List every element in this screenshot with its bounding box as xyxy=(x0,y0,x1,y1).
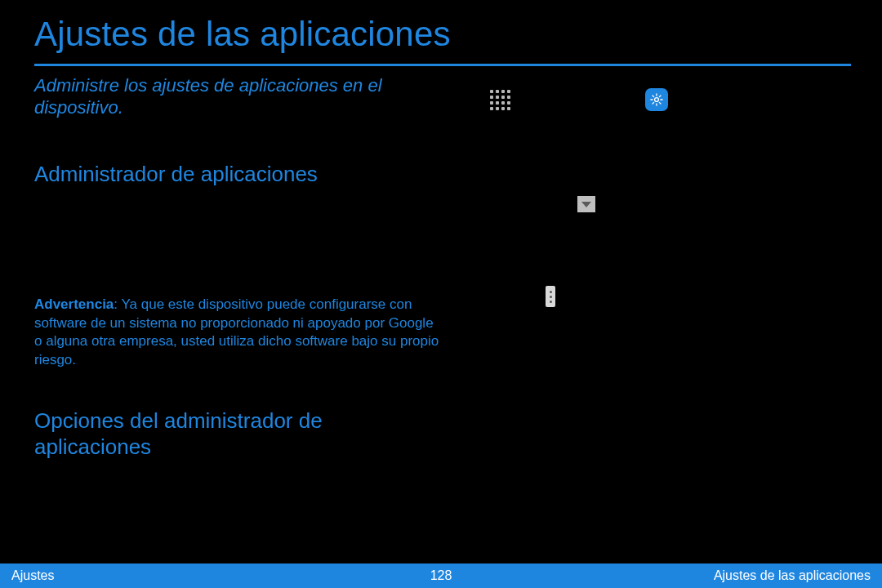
heading-app-manager-options: Opciones del administrador de aplicacion… xyxy=(34,408,443,460)
chevron-down-icon xyxy=(577,196,595,212)
step-4-line2: Más opciones > Mostrar/Ocultar aplicacio… xyxy=(564,283,858,320)
warning-text: Advertencia: Ya que este dispositivo pue… xyxy=(34,296,443,369)
step-2: 2.Pulse en Aplicaciones > Administrador … xyxy=(457,131,849,149)
more-vertical-icon xyxy=(546,286,555,307)
step-3-line2: Todas las aplicaciones en la parte super… xyxy=(490,212,849,250)
heading-app-manager: Administrador de aplicaciones xyxy=(34,162,318,187)
title-divider xyxy=(34,64,851,66)
warning-lead: Advertencia xyxy=(34,296,114,312)
footer-left: Ajustes xyxy=(11,568,54,583)
footer-right: Ajustes de las aplicaciones xyxy=(714,568,871,583)
body-app-manager-options: Si tiene aplicaciones inhabilitadas, pue… xyxy=(34,470,443,508)
settings-gear-icon xyxy=(645,88,668,111)
page-footer: Ajustes 128 Ajustes de las aplicaciones xyxy=(0,564,882,588)
apps-grid-icon xyxy=(490,90,510,109)
svg-point-0 xyxy=(655,98,659,102)
page-title: Ajustes de las aplicaciones xyxy=(34,15,451,54)
document-page: Ajustes de las aplicaciones Administre l… xyxy=(0,0,882,588)
intro-text: Administre los ajustes de aplicaciones e… xyxy=(34,75,418,119)
step-3-line1: 3.Si ha inhabilitado aplicaciones, pulse… xyxy=(457,183,849,202)
step-1-line3: Ajustes. xyxy=(678,98,849,117)
body-app-manager: Puede descargar e instalar nuevas aplica… xyxy=(34,199,443,256)
